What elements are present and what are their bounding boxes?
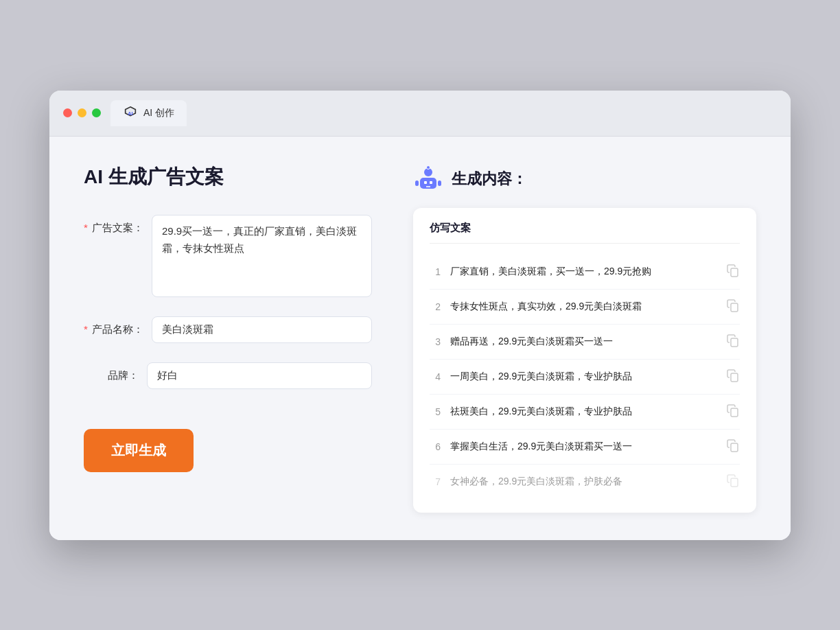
right-panel: 生成内容： 仿写文案 1厂家直销，美白淡斑霜，买一送一，29.9元抢购 2专抹女… bbox=[413, 164, 756, 513]
minimize-button[interactable] bbox=[78, 108, 86, 117]
result-item: 2专抹女性斑点，真实功效，29.9元美白淡斑霜 bbox=[430, 290, 740, 325]
result-text: 一周美白，29.9元美白淡斑霜，专业护肤品 bbox=[450, 369, 716, 384]
svg-rect-17 bbox=[731, 478, 738, 487]
result-item: 7女神必备，29.9元美白淡斑霜，护肤必备 bbox=[430, 465, 740, 499]
svg-rect-14 bbox=[731, 373, 738, 382]
result-text: 掌握美白生活，29.9元美白淡斑霜买一送一 bbox=[450, 439, 716, 454]
result-item: 6掌握美白生活，29.9元美白淡斑霜买一送一 bbox=[430, 430, 740, 465]
result-title: 生成内容： bbox=[452, 169, 527, 189]
result-text: 厂家直销，美白淡斑霜，买一送一，29.9元抢购 bbox=[450, 264, 716, 279]
svg-rect-4 bbox=[424, 181, 427, 184]
svg-rect-16 bbox=[731, 443, 738, 452]
svg-point-8 bbox=[427, 165, 430, 169]
result-text: 女神必备，29.9元美白淡斑霜，护肤必备 bbox=[450, 474, 716, 489]
browser-content: AI 生成广告文案 * 广告文案： * 产品名称： bbox=[49, 137, 791, 540]
browser-titlebar: AI AI 创作 bbox=[49, 91, 791, 137]
page-title: AI 生成广告文案 bbox=[84, 164, 372, 190]
svg-rect-10 bbox=[438, 180, 441, 186]
tab-label: AI 创作 bbox=[143, 107, 174, 119]
result-header: 生成内容： bbox=[413, 164, 756, 194]
result-number: 5 bbox=[430, 406, 441, 417]
copy-icon[interactable] bbox=[726, 299, 740, 315]
generate-button[interactable]: 立即生成 bbox=[84, 429, 194, 472]
svg-rect-13 bbox=[731, 338, 738, 347]
result-item: 3赠品再送，29.9元美白淡斑霜买一送一 bbox=[430, 325, 740, 360]
product-name-label: * 产品名称： bbox=[84, 316, 143, 336]
close-button[interactable] bbox=[63, 108, 72, 117]
product-name-input[interactable] bbox=[152, 316, 372, 343]
result-number: 7 bbox=[430, 476, 441, 487]
left-panel: AI 生成广告文案 * 广告文案： * 产品名称： bbox=[84, 164, 372, 513]
copy-icon[interactable] bbox=[726, 439, 740, 455]
result-item: 4一周美白，29.9元美白淡斑霜，专业护肤品 bbox=[430, 360, 740, 395]
brand-input[interactable] bbox=[147, 362, 372, 389]
result-text: 赠品再送，29.9元美白淡斑霜买一送一 bbox=[450, 334, 716, 349]
copy-icon[interactable] bbox=[726, 404, 740, 420]
svg-rect-11 bbox=[731, 268, 738, 277]
svg-rect-5 bbox=[430, 181, 432, 184]
result-text: 专抹女性斑点，真实功效，29.9元美白淡斑霜 bbox=[450, 299, 716, 314]
product-required-star: * bbox=[84, 323, 88, 335]
copy-icon[interactable] bbox=[726, 334, 740, 350]
ai-creation-tab[interactable]: AI AI 创作 bbox=[110, 100, 187, 126]
svg-text:AI: AI bbox=[128, 110, 132, 116]
main-layout: AI 生成广告文案 * 广告文案： * 产品名称： bbox=[84, 164, 756, 513]
traffic-lights bbox=[63, 108, 101, 117]
result-subtitle: 仿写文案 bbox=[430, 222, 740, 244]
copy-icon[interactable] bbox=[726, 474, 740, 490]
svg-rect-9 bbox=[415, 180, 419, 186]
result-number: 1 bbox=[430, 266, 441, 277]
result-number: 6 bbox=[430, 441, 441, 452]
maximize-button[interactable] bbox=[92, 108, 101, 117]
svg-rect-15 bbox=[731, 408, 738, 417]
robot-icon bbox=[413, 164, 443, 194]
copy-icon[interactable] bbox=[726, 369, 740, 385]
result-text: 祛斑美白，29.9元美白淡斑霜，专业护肤品 bbox=[450, 404, 716, 419]
browser-window: AI AI 创作 AI 生成广告文案 * 广告文案： bbox=[49, 91, 791, 540]
result-card: 仿写文案 1厂家直销，美白淡斑霜，买一送一，29.9元抢购 2专抹女性斑点，真实… bbox=[413, 208, 756, 513]
results-list: 1厂家直销，美白淡斑霜，买一送一，29.9元抢购 2专抹女性斑点，真实功效，29… bbox=[430, 255, 740, 499]
result-number: 4 bbox=[430, 371, 441, 382]
brand-group: 品牌： bbox=[84, 362, 372, 389]
ad-copy-required-star: * bbox=[84, 222, 88, 233]
ai-tab-icon: AI bbox=[123, 106, 138, 121]
ad-copy-input[interactable] bbox=[152, 215, 372, 297]
brand-label: 品牌： bbox=[84, 362, 139, 382]
result-item: 1厂家直销，美白淡斑霜，买一送一，29.9元抢购 bbox=[430, 255, 740, 290]
ad-copy-label: * 广告文案： bbox=[84, 215, 143, 235]
result-number: 3 bbox=[430, 336, 441, 347]
svg-rect-12 bbox=[731, 303, 738, 312]
ad-copy-group: * 广告文案： bbox=[84, 215, 372, 297]
copy-icon[interactable] bbox=[726, 264, 740, 280]
result-number: 2 bbox=[430, 301, 441, 312]
result-item: 5祛斑美白，29.9元美白淡斑霜，专业护肤品 bbox=[430, 395, 740, 430]
product-name-group: * 产品名称： bbox=[84, 316, 372, 343]
